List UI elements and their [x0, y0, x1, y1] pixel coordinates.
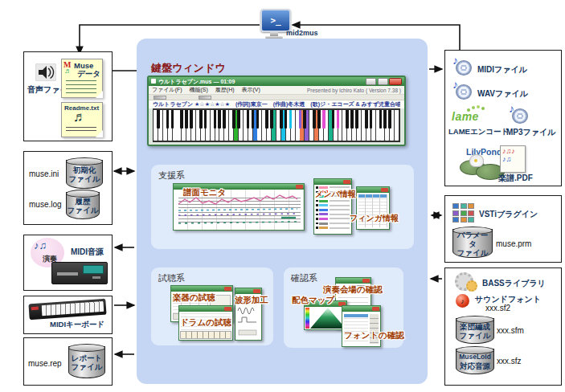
readme-note: Readme.txt ♬ — [61, 102, 103, 137]
readme-rules — [66, 127, 96, 133]
close-button[interactable] — [389, 78, 402, 85]
font-titlebar — [342, 306, 380, 312]
keyboard-window-toolbar — [149, 95, 404, 100]
midi-source-label: MIDI音源 — [71, 247, 104, 258]
slider-1[interactable] — [154, 96, 166, 100]
report-cylinder-icon: レポート ファイル — [68, 346, 105, 378]
param-cylinder-icon: パラメータ ファイル — [452, 229, 493, 258]
piano-black-key — [223, 110, 226, 129]
readme-music-icon: ♬ — [73, 109, 87, 125]
muse-note-subtitle: データ — [77, 69, 100, 80]
drum-titlebar — [179, 306, 232, 312]
output-files-box: ♪ MIDIファイル ♪ WAVファイル lame LAMEエンコード ♪ MP… — [444, 50, 562, 186]
band-cyl-line1: 楽団編成 — [460, 322, 490, 331]
song-info-text: ウルトラセブン ★☆★☆★☆★ (作詞)東京一 (作曲)冬木透 (歌)ジ・エコー… — [153, 100, 400, 108]
member-row — [316, 203, 350, 207]
keyboard-window: ウルトラセブン.mus — 01:09 ファイル(F) 機能(S) 履歴(H) … — [147, 76, 406, 146]
midi-keyboard-icon — [28, 299, 106, 321]
keyboard-window-title: 鍵盤ウィンドウ — [151, 61, 226, 76]
sfz-file-label: xxx.sfz — [497, 357, 522, 365]
vsti-plugin-label: VSTiプラグイン — [479, 209, 538, 220]
piano-black-key — [232, 110, 235, 129]
muse-note-rules — [66, 80, 96, 94]
minimize-button[interactable] — [366, 78, 376, 85]
colormap-rainbow-strip — [305, 308, 309, 329]
ini-cylinder-icon: 初期化 ファイル — [66, 160, 103, 189]
pdf-notes-glyphs: ♪♫♪ — [502, 147, 515, 155]
vsti-plugin-icon — [452, 203, 474, 223]
ini-cyl-line1: 初期化 — [73, 165, 96, 174]
band-cyl-line2: ファイル — [460, 331, 491, 340]
mp3-file-icon: ♪ — [510, 107, 528, 124]
colormap-body — [310, 308, 346, 329]
sfm-file-label: xxx.sfm — [497, 326, 524, 335]
member-row — [316, 213, 350, 217]
colormap-triangle — [310, 308, 346, 329]
module-button — [92, 276, 100, 279]
font-label: フォントの確認 — [344, 330, 404, 341]
instrument-audition-label: 楽器の試聴 — [173, 292, 215, 304]
sf2-file-label: xxx.sf2 — [485, 304, 510, 312]
midi-keyboard-label: MIDIキーボード — [50, 320, 104, 330]
piano-black-key — [322, 110, 325, 129]
piano-keys — [153, 108, 400, 142]
muse-ini-label: muse.ini — [29, 169, 59, 178]
presented-by-text: Presented by Ichiro Kato ( Version 7.38 … — [307, 88, 401, 93]
window-title-text: ウルトラセブン.mus — 01:09 — [158, 78, 365, 86]
piano-black-key — [289, 110, 293, 129]
speaker-icon — [35, 63, 56, 81]
piano-black-key — [252, 110, 255, 129]
piano-black-key — [346, 110, 349, 129]
museloid-cyl-line1: MuseLoId — [459, 353, 491, 361]
soundfont-note: ♪ — [461, 297, 465, 305]
muse-prm-label: muse.prm — [496, 239, 531, 248]
member-row — [316, 226, 350, 230]
maximize-button[interactable] — [378, 78, 388, 85]
piano-black-key — [218, 110, 221, 129]
piano-black-key — [171, 110, 174, 129]
muse-log-label: muse.log — [29, 200, 62, 209]
param-cyl-line2: ファイル — [457, 248, 489, 257]
param-cyl-line1: パラメータ — [453, 231, 492, 248]
museloid-cyl-line2: 対応音源 — [460, 361, 490, 370]
piano-black-key — [199, 110, 203, 129]
museloid-cylinder-icon: MuseLoId 対応音源 — [456, 349, 494, 374]
slider-2[interactable] — [199, 96, 211, 100]
lame-encode-label: LAMEエンコード — [448, 127, 509, 137]
soundfont-icon: ♪ — [456, 294, 469, 308]
score-monitor-label: 譜面モニタ — [183, 187, 226, 198]
member-info-window — [313, 178, 352, 235]
finger-info-titlebar — [357, 187, 389, 193]
midi-keyboard-led — [31, 307, 39, 311]
drum-audition-label: ドラムの試聴 — [180, 317, 231, 329]
font-selected-row — [344, 314, 368, 317]
config-files-box: muse.ini 初期化 ファイル muse.log 履歴 ファイル — [23, 151, 113, 225]
wav-file-label: WAVファイル — [477, 88, 528, 100]
bass-library-box: BASSライブラリ ♪ サウンドフォント xxx.sf2 楽団編成 ファイル x… — [444, 267, 562, 386]
menu-items[interactable]: ファイル(F) 機能(S) 履歴(H) 表示(V) — [152, 86, 307, 94]
pdf-notes-glyphs-2: ♪♫ — [502, 155, 511, 163]
sound-module-icon — [51, 262, 108, 284]
piano-black-key — [350, 110, 354, 129]
section-audition: 試聴系 楽器の試聴 波形加工 — [151, 267, 273, 345]
log-cyl-line1: 履歴 — [76, 197, 91, 206]
piano-black-key — [337, 110, 340, 129]
piano-black-key — [383, 110, 387, 129]
muse-main-panel: 鍵盤ウィンドウ ウルトラセブン.mus — 01:09 ファイル(F) 機能(S… — [137, 39, 428, 384]
midi-keyboard-box: MIDIキーボード — [23, 296, 113, 334]
muse-note-icon: ♬ — [64, 67, 72, 75]
piano-black-key — [265, 110, 268, 129]
piano-black-key — [256, 110, 260, 129]
mp3-disc-note: ♪ — [509, 102, 514, 115]
midi-file-label: MIDIファイル — [477, 64, 527, 76]
piano-black-key — [166, 110, 170, 129]
perf-notes-icon: ♪♫ — [34, 239, 47, 251]
piano-black-key — [355, 110, 358, 129]
piano-black-key — [299, 110, 302, 129]
gear-small-icon — [466, 280, 477, 292]
song-info-row: ウルトラセブン ★☆★☆★☆★ (作詞)東京一 (作曲)冬木透 (歌)ジ・エコー… — [149, 100, 404, 108]
report-file-box: muse.rep レポート ファイル — [23, 337, 113, 386]
report-cyl-line2: ファイル — [72, 362, 103, 371]
section-confirm: 確認系 演奏会場の確認 配色マップ フォントの確認 — [284, 267, 403, 348]
muse-data-note: M ♬ Muse データ — [61, 59, 103, 98]
